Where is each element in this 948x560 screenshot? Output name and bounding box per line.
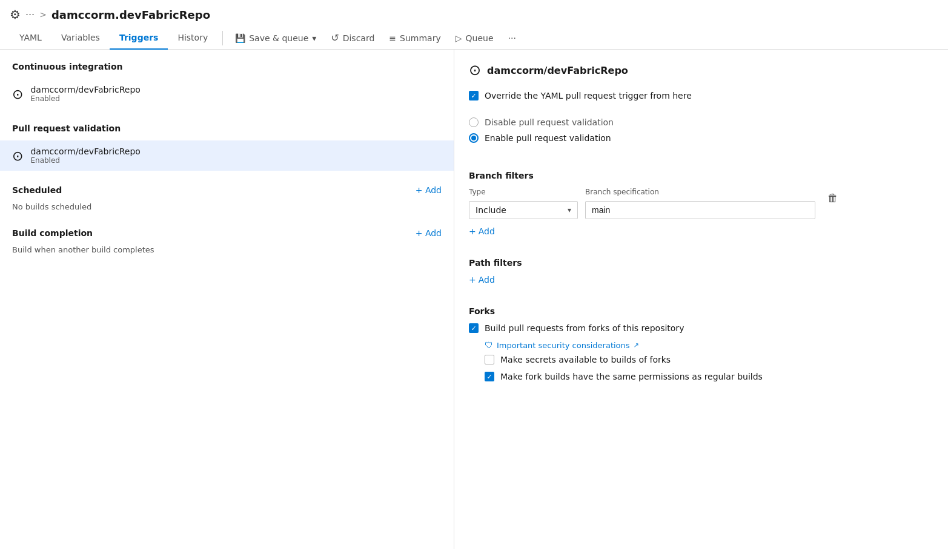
summary-icon: ≡	[389, 33, 396, 43]
branch-filter-row: Type Include ▾ Branch specification 🗑	[469, 188, 933, 219]
path-add-plus-icon: +	[469, 275, 476, 285]
branch-add-plus-icon: +	[469, 226, 476, 236]
type-dropdown[interactable]: Include ▾	[469, 201, 578, 219]
external-link-icon: ↗	[634, 341, 639, 349]
build-when-text: Build when another build completes	[0, 243, 454, 257]
discard-label: Discard	[343, 33, 375, 43]
secrets-checkbox[interactable]	[485, 355, 494, 364]
more-button[interactable]: ···	[501, 28, 523, 48]
breadcrumb-dots[interactable]: ···	[25, 9, 35, 21]
more-dots-icon: ···	[508, 33, 516, 43]
type-value: Include	[476, 205, 506, 215]
pr-repo-item[interactable]: ⊙ damccorm/devFabricRepo Enabled	[0, 140, 454, 171]
save-queue-label: Save & queue	[249, 33, 308, 43]
path-filters-heading: Path filters	[469, 258, 933, 268]
right-panel-header: ⊙ damccorm/devFabricRepo	[469, 62, 933, 79]
security-link-label: Important security considerations	[497, 341, 630, 350]
secrets-label: Make secrets available to builds of fork…	[500, 355, 671, 364]
override-checkbox-row[interactable]: Override the YAML pull request trigger f…	[469, 91, 933, 100]
queue-icon: ▷	[456, 33, 462, 43]
summary-label: Summary	[400, 33, 441, 43]
breadcrumb: ⚙ ··· > damccorm.devFabricRepo	[0, 0, 948, 27]
ci-repo-status: Enabled	[30, 94, 140, 103]
tab-triggers[interactable]: Triggers	[110, 27, 168, 50]
build-completion-section: Build completion + Add Build when anothe…	[0, 228, 454, 257]
scheduled-title: Scheduled	[12, 185, 62, 195]
app-icon: ⚙	[10, 7, 21, 22]
enable-radio[interactable]	[469, 133, 479, 143]
branch-spec-label: Branch specification	[585, 188, 815, 196]
breadcrumb-title: damccorm.devFabricRepo	[51, 8, 210, 21]
save-icon: 💾	[235, 33, 245, 43]
disable-radio-row[interactable]: Disable pull request validation	[469, 117, 933, 127]
tab-yaml[interactable]: YAML	[10, 27, 51, 50]
enable-radio-row[interactable]: Enable pull request validation	[469, 133, 933, 143]
permissions-label: Make fork builds have the same permissio…	[500, 372, 763, 381]
path-filter-add-button[interactable]: + Add	[469, 275, 933, 285]
left-panel: Continuous integration ⊙ damccorm/devFab…	[0, 50, 454, 549]
github-icon-right: ⊙	[469, 62, 481, 79]
right-panel: ⊙ damccorm/devFabricRepo Override the YA…	[454, 50, 948, 549]
enable-radio-label: Enable pull request validation	[485, 133, 611, 143]
nav-divider	[222, 31, 223, 45]
shield-icon: 🛡	[485, 340, 493, 350]
save-queue-button[interactable]: 💾 Save & queue ▾	[228, 28, 323, 48]
disable-radio-label: Disable pull request validation	[485, 117, 614, 127]
pr-repo-name: damccorm/devFabricRepo	[30, 147, 140, 156]
forks-heading: Forks	[469, 306, 933, 316]
forks-section: Forks Build pull requests from forks of …	[469, 306, 933, 381]
main-layout: Continuous integration ⊙ damccorm/devFab…	[0, 50, 948, 549]
branch-filters-heading: Branch filters	[469, 171, 933, 180]
build-completion-add-button[interactable]: + Add	[416, 228, 442, 238]
type-label: Type	[469, 188, 578, 196]
continuous-integration-section: Continuous integration ⊙ damccorm/devFab…	[0, 62, 454, 109]
permissions-checkbox-row[interactable]: Make fork builds have the same permissio…	[485, 372, 933, 381]
tab-variables[interactable]: Variables	[51, 27, 110, 50]
branch-filter-add-button[interactable]: + Add	[469, 226, 933, 236]
pull-request-section: Pull request validation ⊙ damccorm/devFa…	[0, 124, 454, 171]
summary-button[interactable]: ≡ Summary	[382, 28, 448, 48]
discard-icon: ↺	[331, 32, 339, 44]
queue-button[interactable]: ▷ Queue	[448, 28, 501, 48]
branch-add-label: Add	[479, 226, 495, 236]
override-checkbox[interactable]	[469, 91, 479, 100]
ci-repo-item[interactable]: ⊙ damccorm/devFabricRepo Enabled	[0, 79, 454, 109]
path-add-label: Add	[479, 275, 495, 285]
disable-radio[interactable]	[469, 117, 479, 127]
pr-section-title: Pull request validation	[0, 124, 454, 140]
dropdown-chevron-icon: ▾	[312, 33, 316, 43]
github-icon-ci: ⊙	[12, 87, 23, 102]
tab-history[interactable]: History	[168, 27, 217, 50]
ci-repo-name: damccorm/devFabricRepo	[30, 85, 140, 94]
scheduled-section: Scheduled + Add No builds scheduled	[0, 185, 454, 214]
build-completion-title: Build completion	[12, 228, 93, 238]
override-label: Override the YAML pull request trigger f…	[485, 91, 692, 100]
queue-label: Queue	[466, 33, 494, 43]
right-repo-title: damccorm/devFabricRepo	[487, 65, 628, 76]
radio-inner-dot	[471, 136, 476, 140]
build-forks-checkbox[interactable]	[469, 323, 479, 333]
secrets-checkbox-row[interactable]: Make secrets available to builds of fork…	[485, 355, 933, 364]
pr-repo-status: Enabled	[30, 156, 140, 165]
github-icon-pr: ⊙	[12, 148, 23, 163]
scheduled-add-button[interactable]: + Add	[416, 185, 442, 195]
ci-section-title: Continuous integration	[0, 62, 454, 79]
branch-spec-input[interactable]	[585, 201, 815, 219]
no-builds-text: No builds scheduled	[0, 200, 454, 214]
delete-branch-filter-button[interactable]: 🗑	[823, 188, 843, 208]
nav-bar: YAML Variables Triggers History 💾 Save &…	[0, 27, 948, 50]
permissions-checkbox[interactable]	[485, 372, 494, 381]
discard-button[interactable]: ↺ Discard	[323, 27, 382, 48]
build-forks-checkbox-row[interactable]: Build pull requests from forks of this r…	[469, 323, 933, 333]
chevron-down-icon: ▾	[568, 206, 571, 214]
breadcrumb-chevron: >	[39, 10, 47, 19]
build-forks-label: Build pull requests from forks of this r…	[485, 323, 684, 333]
security-link[interactable]: 🛡 Important security considerations ↗	[485, 340, 933, 350]
